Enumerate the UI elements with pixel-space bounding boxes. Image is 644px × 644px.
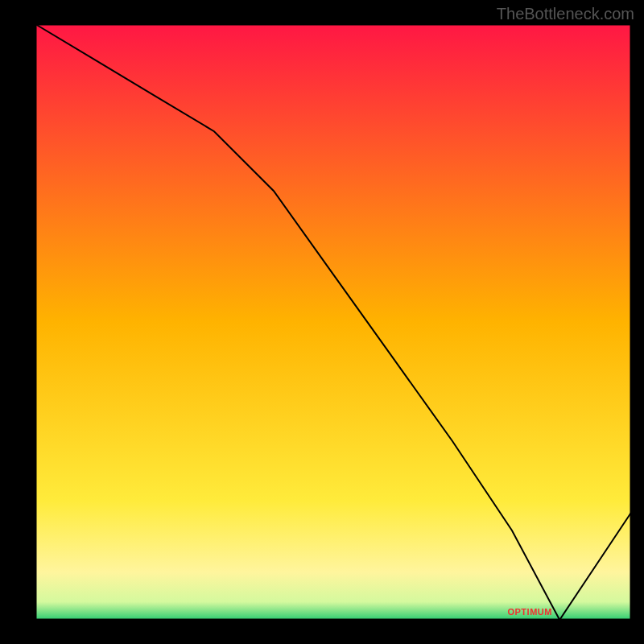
plot-area	[35, 24, 631, 620]
watermark-text: TheBottleneck.com	[497, 5, 634, 23]
chart-frame: TheBottleneck.com OPTIMUM	[0, 0, 644, 644]
chart-svg: OPTIMUM	[0, 0, 644, 644]
optimum-label: OPTIMUM	[507, 607, 551, 617]
